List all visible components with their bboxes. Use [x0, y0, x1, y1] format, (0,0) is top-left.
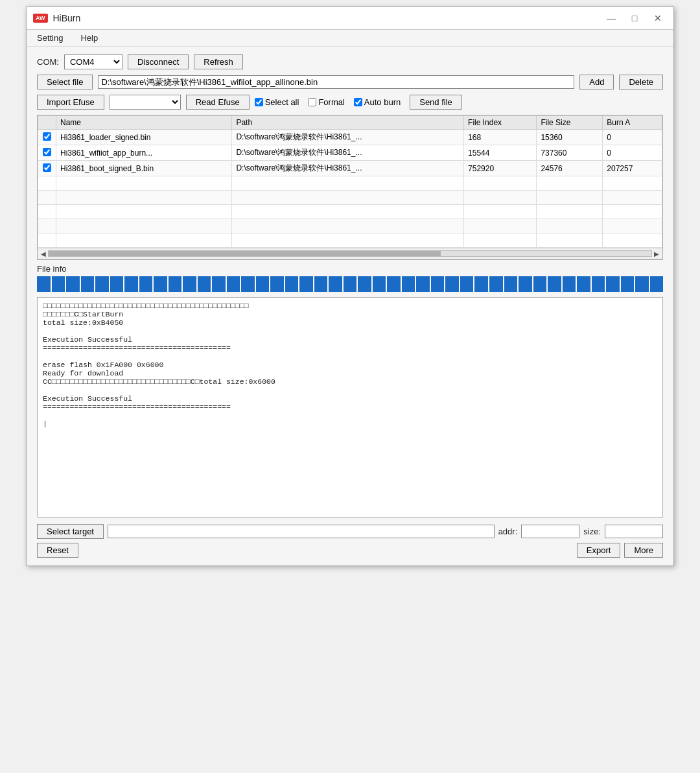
col-name: Name [56, 116, 232, 130]
row-burn-addr: 0 [603, 130, 662, 145]
progress-block [606, 276, 620, 292]
progress-block [329, 276, 342, 292]
row-check[interactable] [38, 145, 56, 161]
file-path-input[interactable] [98, 75, 574, 89]
file-table: Name Path File Index File Size Burn A Hi… [38, 115, 662, 248]
scroll-left-arrow[interactable]: ◀ [39, 250, 48, 257]
row-checkbox[interactable] [43, 163, 51, 172]
bottom-section: Select target addr: size: Reset Export M… [37, 524, 663, 558]
auto-burn-label: Auto burn [364, 97, 401, 107]
bottom-buttons-row: Reset Export More [37, 543, 663, 558]
progress-block [416, 276, 430, 292]
empty-row [38, 233, 662, 248]
table-row: Hi3861_wifiiot_app_burn... D:\software\鸿… [38, 145, 662, 161]
progress-block [563, 276, 576, 292]
menu-setting[interactable]: Setting [33, 32, 67, 44]
main-content: COM: COM4 COM1 COM2 COM3 Disconnect Refr… [27, 47, 673, 565]
row-check[interactable] [38, 130, 56, 145]
row-file-index: 15544 [464, 145, 537, 161]
progress-block [299, 276, 313, 292]
send-file-button[interactable]: Send file [410, 95, 462, 110]
progress-block [270, 276, 284, 292]
progress-block [314, 276, 328, 292]
progress-block [183, 276, 196, 292]
progress-block [474, 276, 488, 292]
progress-block [81, 276, 95, 292]
disconnect-button[interactable]: Disconnect [128, 54, 189, 69]
maximize-button[interactable]: □ [625, 11, 644, 25]
scroll-right-arrow[interactable]: ▶ [652, 250, 661, 257]
log-area[interactable]: □□□□□□□□□□□□□□□□□□□□□□□□□□□□□□□□□□□□□□□□… [37, 297, 663, 517]
menu-bar: Setting Help [27, 30, 673, 47]
row-check[interactable] [38, 161, 56, 176]
empty-row [38, 205, 662, 219]
progress-block [212, 276, 226, 292]
addr-input[interactable] [521, 525, 579, 538]
progress-block [66, 276, 80, 292]
progress-block [139, 276, 153, 292]
size-input[interactable] [605, 525, 663, 538]
progress-block [402, 276, 415, 292]
formal-checkbox[interactable] [308, 98, 316, 106]
row-path: D:\software\鸿蒙烧录软件\Hi3861_... [232, 130, 464, 145]
row-checkbox[interactable] [43, 148, 51, 156]
select-all-label: Select all [265, 97, 299, 107]
scroll-track[interactable] [48, 250, 652, 257]
empty-row [38, 176, 662, 191]
com-select[interactable]: COM4 COM1 COM2 COM3 [64, 54, 122, 69]
select-file-button[interactable]: Select file [37, 75, 93, 89]
progress-block [358, 276, 371, 292]
row-name: Hi3861_wifiiot_app_burn... [56, 145, 232, 161]
empty-row [38, 191, 662, 205]
checkbox-row: Select all Formal Auto burn Send file [255, 95, 462, 110]
import-efuse-button[interactable]: Import Efuse [37, 95, 104, 110]
add-button[interactable]: Add [579, 75, 614, 89]
select-target-input[interactable] [108, 525, 495, 538]
log-wrapper: □□□□□□□□□□□□□□□□□□□□□□□□□□□□□□□□□□□□□□□□… [37, 297, 663, 517]
com-label: COM: [37, 57, 59, 67]
refresh-button[interactable]: Refresh [194, 54, 243, 69]
file-row: Select file Add Delete [37, 75, 663, 89]
progress-block [227, 276, 240, 292]
row-file-index: 752920 [464, 161, 537, 176]
title-bar: AW HiBurn — □ ✕ [27, 7, 673, 30]
auto-burn-checkbox[interactable] [354, 98, 362, 106]
read-efuse-button[interactable]: Read Efuse [186, 95, 250, 110]
progress-block [504, 276, 518, 292]
menu-help[interactable]: Help [76, 32, 102, 44]
row-file-size: 737360 [537, 145, 603, 161]
scroll-thumb[interactable] [49, 251, 441, 256]
col-file-size: File Size [537, 116, 603, 130]
efuse-row: Import Efuse Read Efuse Select all Forma… [37, 95, 663, 110]
row-burn-addr: 0 [603, 145, 662, 161]
addr-label: addr: [498, 527, 518, 536]
minimize-button[interactable]: — [602, 11, 620, 25]
row-checkbox[interactable] [43, 132, 51, 141]
progress-block [285, 276, 299, 292]
progress-block [592, 276, 605, 292]
progress-block [154, 276, 167, 292]
efuse-select[interactable] [110, 95, 181, 110]
row-file-size: 15360 [537, 130, 603, 145]
progress-block [548, 276, 561, 292]
col-path: Path [232, 116, 464, 130]
progress-block [460, 276, 474, 292]
progress-block [431, 276, 445, 292]
delete-button[interactable]: Delete [619, 75, 663, 89]
close-button[interactable]: ✕ [649, 11, 667, 25]
col-check [38, 116, 56, 130]
horizontal-scrollbar[interactable]: ◀ ▶ [38, 248, 662, 259]
select-all-checkbox[interactable] [255, 98, 263, 106]
table-row: Hi3861_loader_signed.bin D:\software\鸿蒙烧… [38, 130, 662, 145]
progress-block [198, 276, 211, 292]
progress-block [533, 276, 547, 292]
progress-block [110, 276, 124, 292]
progress-block [621, 276, 635, 292]
more-button[interactable]: More [624, 543, 663, 558]
reset-button[interactable]: Reset [37, 543, 78, 558]
select-target-button[interactable]: Select target [37, 524, 104, 539]
progress-block [124, 276, 138, 292]
export-button[interactable]: Export [577, 543, 621, 558]
window-controls: — □ ✕ [602, 11, 667, 25]
row-name: Hi3861_loader_signed.bin [56, 130, 232, 145]
